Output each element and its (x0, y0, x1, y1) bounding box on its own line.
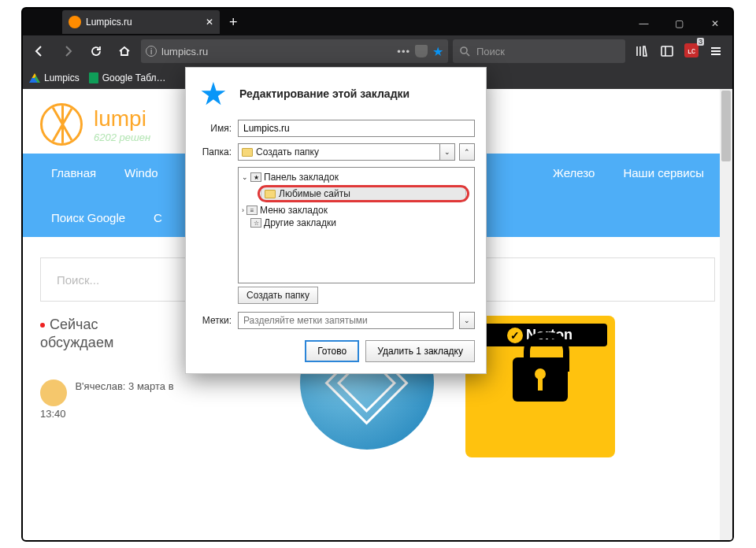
edit-bookmark-popup: ★ Редактирование этой закладки Имя: Папк… (185, 67, 487, 374)
site-search-placeholder: Поиск... (57, 273, 99, 287)
app-menu-button[interactable] (704, 39, 728, 63)
connection-info-icon[interactable]: i (146, 46, 157, 57)
tags-label: Метки: (197, 315, 232, 326)
promo-norton[interactable]: ✓Norton (465, 316, 615, 457)
nav-hardware[interactable]: Железо (553, 166, 595, 180)
remove-bookmark-button[interactable]: Удалить 1 закладку (365, 340, 475, 362)
tree-bookmarks-toolbar[interactable]: ⌄★Панель закладок (240, 171, 472, 183)
toolbar-folder-icon: ★ (250, 172, 261, 182)
popup-header: ★ Редактирование этой закладки (186, 68, 486, 117)
nav-google-search[interactable]: Поиск Google (51, 211, 125, 224)
search-placeholder: Поиск (476, 46, 505, 57)
popup-title: Редактирование этой закладки (239, 87, 410, 100)
name-label: Имя: (197, 123, 232, 134)
forward-button[interactable] (56, 39, 80, 63)
bookmark-name-input[interactable] (238, 120, 475, 137)
reload-button[interactable] (84, 39, 108, 63)
bookmark-label: Lumpics (44, 72, 80, 83)
nav-c[interactable]: С (154, 211, 162, 224)
live-dot-icon (40, 323, 45, 328)
bookmark-item-lumpics[interactable]: Lumpics (29, 72, 80, 83)
minimize-button[interactable]: — (626, 12, 662, 35)
window-controls: — ▢ ✕ (626, 12, 732, 35)
navbar: i lumpics.ru ••• ★ Поиск ʟc 3 (23, 35, 732, 67)
tab-favicon (69, 16, 81, 28)
site-name: lumpi (94, 106, 150, 131)
tab-strip: Lumpics.ru ✕ + (23, 9, 247, 35)
extension-badge-count: 3 (697, 38, 704, 46)
other-folder-icon: ☆ (250, 218, 261, 228)
folder-label: Папка: (197, 146, 232, 157)
folder-selected: Создать папку (256, 146, 319, 157)
url-text: lumpics.ru (161, 46, 208, 57)
nav-home[interactable]: Главная (51, 166, 96, 180)
url-bar[interactable]: i lumpics.ru ••• ★ (141, 39, 448, 63)
folder-icon (242, 148, 253, 157)
discuss-heading: Сейчасобсуждаем (40, 316, 176, 353)
search-icon (459, 46, 470, 57)
menu-folder-icon: ≡ (246, 206, 258, 215)
drive-icon (29, 73, 40, 83)
browser-window: Lumpics.ru ✕ + — ▢ ✕ i lumpics.ru ••• ★ … (21, 7, 734, 542)
bookmark-label: Google Табл… (102, 72, 166, 83)
library-icon[interactable] (630, 39, 654, 63)
maximize-button[interactable]: ▢ (662, 12, 697, 35)
tags-dropdown-button[interactable]: ⌄ (459, 312, 475, 329)
new-folder-button[interactable]: Создать папку (238, 287, 318, 304)
collapse-tree-button[interactable]: ⌃ (459, 143, 475, 161)
folder-tree[interactable]: ⌄★Панель закладок Любимые сайты ›≡Меню з… (238, 167, 475, 283)
pocket-icon[interactable] (415, 45, 428, 57)
site-logo (40, 103, 83, 146)
tags-input[interactable] (238, 312, 454, 329)
extension-icon: ʟc (684, 43, 699, 57)
toolbar-right: ʟc 3 (630, 39, 728, 63)
tab-close-icon[interactable]: ✕ (206, 17, 213, 28)
close-button[interactable]: ✕ (697, 12, 732, 35)
nav-windows[interactable]: Windo (124, 166, 158, 180)
folder-icon (265, 190, 276, 198)
lock-icon (513, 357, 568, 402)
svg-rect-1 (662, 46, 673, 56)
tab-title: Lumpics.ru (86, 17, 132, 28)
home-button[interactable] (113, 39, 136, 63)
page-actions-icon[interactable]: ••• (397, 46, 410, 57)
done-button[interactable]: Готово (305, 340, 359, 362)
check-icon: ✓ (507, 328, 523, 343)
extension-button[interactable]: ʟc 3 (680, 39, 702, 61)
titlebar: Lumpics.ru ✕ + — ▢ ✕ (23, 9, 732, 35)
popup-star-icon: ★ (197, 77, 230, 110)
sidebar-icon[interactable] (655, 39, 679, 63)
back-button[interactable] (28, 39, 51, 63)
site-tagline: 6202 решен (94, 131, 150, 143)
sheets-icon (89, 72, 98, 83)
comment-avatar (40, 380, 67, 406)
nav-services[interactable]: Наши сервисы (623, 166, 704, 180)
tab-active[interactable]: Lumpics.ru ✕ (62, 10, 220, 34)
tree-other-bookmarks[interactable]: ☆Другие закладки (249, 217, 472, 229)
bookmark-star-icon[interactable]: ★ (432, 44, 443, 59)
popup-footer: Готово Удалить 1 закладку (186, 332, 486, 373)
tree-favorite-folder[interactable]: Любимые сайты (261, 186, 466, 202)
scrollbar-thumb[interactable] (721, 91, 731, 161)
chevron-down-icon[interactable]: ⌄ (439, 143, 455, 161)
discuss-block: Сейчасобсуждаем В'ячеслав: 3 марта в 13:… (40, 316, 176, 457)
folder-dropdown[interactable]: Создать папку ⌄ (238, 143, 455, 161)
tree-bookmarks-menu[interactable]: ›≡Меню закладок (240, 204, 472, 217)
bookmark-item-sheets[interactable]: Google Табл… (89, 72, 166, 83)
vertical-scrollbar[interactable] (720, 89, 732, 540)
svg-point-0 (461, 47, 467, 54)
search-bar[interactable]: Поиск (453, 39, 625, 63)
new-tab-button[interactable]: + (220, 14, 247, 31)
